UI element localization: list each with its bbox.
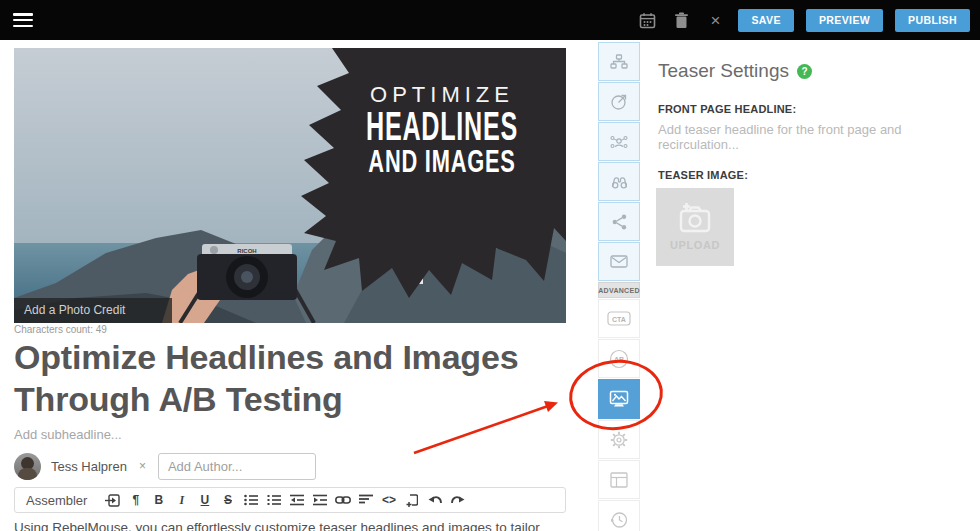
assembler-label[interactable]: Assembler (26, 493, 87, 508)
stats-icon[interactable] (598, 82, 640, 121)
advanced-label: ADVANCED (598, 282, 640, 298)
topbar-actions: × SAVE PREVIEW PUBLISH (636, 0, 970, 40)
cta-icon[interactable]: CTA (598, 299, 640, 338)
hero-photo-art: RICOH OPTIMIZE HEADLINES AND IMAGES (14, 48, 566, 323)
undo-icon[interactable] (423, 489, 446, 511)
characters-count: Characters count: 49 (14, 324, 107, 335)
bold-icon[interactable]: B (147, 489, 170, 511)
hero-title-line2: HEADLINES (366, 104, 518, 148)
code-icon[interactable]: <> (377, 489, 400, 511)
trash-icon[interactable] (670, 9, 692, 31)
camera-brand-text: RICOH (237, 248, 256, 254)
sitemap-icon[interactable] (598, 42, 640, 81)
indent-icon[interactable] (308, 489, 331, 511)
article-headline[interactable]: Optimize Headlines and Images Through A/… (14, 336, 544, 420)
tool-rail: ADVANCED CTA AB (598, 42, 640, 531)
redo-icon[interactable] (446, 489, 469, 511)
strikethrough-icon[interactable]: S (216, 489, 239, 511)
author-name: Tess Halpren (51, 459, 127, 474)
topbar: × SAVE PREVIEW PUBLISH (0, 0, 980, 40)
teaser-image-label: TEASER IMAGE: (658, 169, 748, 181)
audience-icon[interactable] (598, 122, 640, 161)
bullet-list-icon[interactable] (239, 489, 262, 511)
insert-icon[interactable] (101, 489, 124, 511)
save-button[interactable]: SAVE (738, 9, 793, 32)
outdent-icon[interactable] (285, 489, 308, 511)
share-icon[interactable] (598, 202, 640, 241)
settings-icon[interactable] (598, 420, 640, 459)
hero-image[interactable]: RICOH OPTIMIZE HEADLINES AND IMAGES Add … (14, 48, 566, 323)
hero-title-line3: AND IMAGES (368, 144, 515, 179)
preview-button[interactable]: PREVIEW (806, 9, 883, 32)
camera-add-icon (677, 203, 713, 233)
rebelmouse-editor: × SAVE PREVIEW PUBLISH (0, 0, 980, 531)
svg-text:CTA: CTA (612, 316, 626, 323)
numbered-list-icon[interactable] (262, 489, 285, 511)
upload-label: UPLOAD (670, 239, 720, 251)
publish-button[interactable]: PUBLISH (895, 9, 970, 32)
add-media-icon[interactable] (400, 489, 423, 511)
help-icon[interactable]: ? (797, 64, 812, 79)
binoculars-icon[interactable] (598, 162, 640, 201)
author-avatar (14, 453, 41, 480)
panel-title: Teaser Settings (658, 60, 789, 82)
add-author-input[interactable] (158, 453, 316, 480)
italic-icon[interactable]: I (170, 489, 193, 511)
email-icon[interactable] (598, 242, 640, 281)
layout-icon[interactable] (598, 460, 640, 499)
ab-test-icon[interactable]: AB (598, 339, 640, 378)
remove-author-icon[interactable]: × (139, 459, 146, 473)
assembler-toolbar: Assembler ¶ B I U S <> (14, 487, 566, 513)
calendar-icon[interactable] (636, 9, 658, 31)
paragraph-icon[interactable]: ¶ (124, 489, 147, 511)
svg-text:AB: AB (614, 356, 624, 363)
article-body-text[interactable]: Using RebelMouse, you can effortlessly c… (14, 519, 566, 531)
underline-icon[interactable]: U (193, 489, 216, 511)
teaser-image-upload[interactable]: UPLOAD (656, 188, 734, 266)
close-icon[interactable]: × (704, 9, 726, 31)
menu-icon[interactable] (13, 13, 33, 27)
front-page-headline-label: FRONT PAGE HEADLINE: (658, 103, 796, 115)
subheadline-placeholder[interactable]: Add subheadline... (14, 427, 122, 442)
link-icon[interactable] (331, 489, 354, 511)
history-icon[interactable] (598, 500, 640, 531)
teaser-image-icon[interactable] (598, 379, 640, 419)
teaser-settings-panel: Teaser Settings ? FRONT PAGE HEADLINE: A… (640, 40, 980, 531)
align-icon[interactable] (354, 489, 377, 511)
front-page-headline-input[interactable]: Add teaser headline for the front page a… (658, 122, 958, 152)
photo-credit-input[interactable]: Add a Photo Credit (14, 298, 172, 323)
author-row: Tess Halpren × (14, 452, 316, 480)
